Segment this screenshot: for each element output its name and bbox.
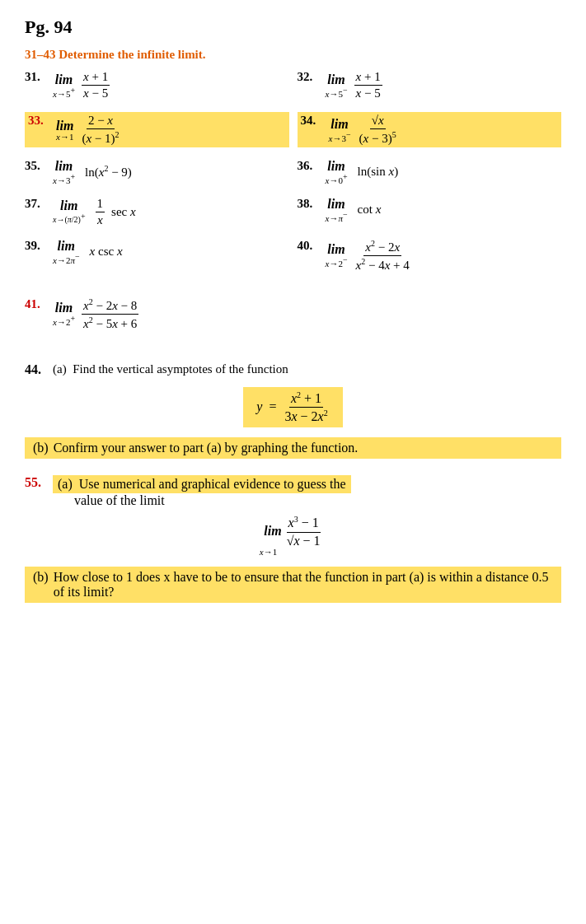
problem-44-part-b-text: Confirm your answer to part (a) by graph… (54, 441, 359, 455)
problem-40-num: 40. (298, 239, 321, 253)
problem-33-content: lim x→1 2 − x (x − 1)2 (56, 114, 121, 146)
problem-41: 41. lim x→2+ x2 − 2x − 8 x2 − 5x + 6 (25, 297, 561, 331)
prob44-formula: y = x2 + 1 3x − 2x2 (25, 387, 561, 428)
page-title: Pg. 94 (25, 16, 561, 38)
problem-39-num: 39. (25, 239, 48, 253)
problem-44-part-b-label: (b) (33, 441, 49, 455)
section-header: 31–43 Determine the infinite limit. (25, 48, 561, 62)
problem-55-part-b-label: (b) (33, 570, 49, 600)
problem-32: 32. lim x→5− x + 1 x − 5 (298, 70, 562, 100)
problem-55-num: 55. (25, 475, 48, 508)
problem-35: 35. lim x→3+ ln(x2 − 9) (25, 159, 289, 185)
problem-31-num: 31. (25, 70, 48, 84)
problem-40: 40. lim x→2− x2 − 2x x2 − 4x + 4 (298, 239, 562, 273)
prob55-formula: lim x3 − 1 √x − 1 x→1 (25, 515, 561, 556)
problem-36: 36. lim x→0+ ln(sin x) (298, 159, 562, 185)
problem-41-num: 41. (25, 297, 48, 311)
problem-37-num: 37. (25, 197, 48, 211)
problem-39-content: lim x→2π− x csc x (53, 239, 123, 265)
problem-55-part-b-text: How close to 1 does x have to be to ensu… (54, 570, 553, 600)
problem-39: 39. lim x→2π− x csc x (25, 239, 289, 273)
problem-36-content: lim x→0+ ln(sin x) (326, 159, 399, 185)
problem-34: 34. lim x→3− √x (x − 3)5 (298, 112, 562, 147)
problem-36-num: 36. (298, 159, 321, 173)
problem-32-content: lim x→5− x + 1 x − 5 (326, 70, 382, 100)
problem-38-num: 38. (298, 197, 321, 211)
problem-33: 33. lim x→1 2 − x (x − 1)2 (25, 112, 289, 147)
problem-55: 55. (a) Use numerical and graphical evid… (25, 475, 561, 602)
problem-34-content: lim x→3− √x (x − 3)5 (329, 114, 398, 146)
problem-55-part-b: (b) How close to 1 does x have to be to … (25, 567, 561, 603)
problem-35-content: lim x→3+ ln(x2 − 9) (53, 159, 132, 185)
problem-31-content: lim x→5+ x + 1 x − 5 (53, 70, 110, 100)
problem-38: 38. lim x→π− cot x (298, 197, 562, 227)
problem-44-num: 44. (25, 362, 48, 377)
problems-grid: 31. lim x→5+ x + 1 x − 5 32. lim x→5− (25, 70, 561, 284)
problem-34-num: 34. (301, 114, 324, 128)
problem-37: 37. lim x→(π/2)+ 1 x sec x (25, 197, 289, 227)
problem-33-num: 33. (28, 114, 51, 128)
problem-37-content: lim x→(π/2)+ 1 x sec x (53, 197, 136, 227)
problem-38-content: lim x→π− cot x (326, 197, 382, 223)
problem-31: 31. lim x→5+ x + 1 x − 5 (25, 70, 289, 100)
problem-44: 44. (a) Find the vertical asymptotes of … (25, 362, 561, 460)
problem-35-num: 35. (25, 159, 48, 173)
problem-55-part-a-line2: value of the limit (53, 493, 351, 508)
problem-55-part-a: (a) Use numerical and graphical evidence… (53, 475, 351, 493)
problem-32-num: 32. (298, 70, 321, 84)
problem-40-content: lim x→2− x2 − 2x x2 − 4x + 4 (326, 239, 411, 273)
problem-44-part-b: (b) Confirm your answer to part (a) by g… (25, 437, 561, 459)
problem-41-content: lim x→2+ x2 − 2x − 8 x2 − 5x + 6 (53, 297, 138, 331)
problem-44-part-a-label: (a) Find the vertical asymptotes of the … (53, 362, 288, 377)
